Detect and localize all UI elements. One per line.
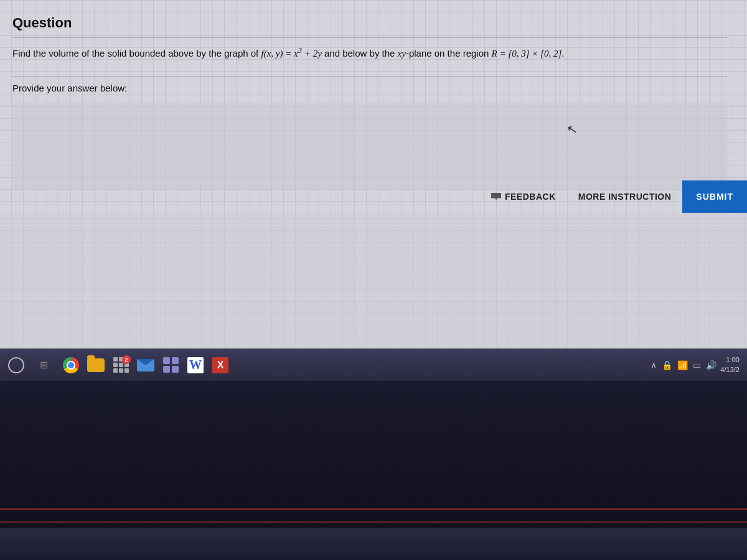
question-plane: xy: [398, 49, 406, 58]
apps-badge: 2: [122, 355, 131, 364]
feedback-icon: [491, 193, 501, 201]
taskbar-apps-grid[interactable]: 2: [110, 354, 132, 376]
clock-time: 1:00: [720, 355, 740, 365]
taskbar-file-explorer[interactable]: [85, 354, 107, 376]
question-body-part3: -plane on the region: [406, 48, 492, 58]
bottom-toolbar: FEEDBACK MORE INSTRUCTION SUBMIT: [0, 180, 747, 213]
title-separator: [12, 37, 727, 38]
apps2-icon: [163, 357, 179, 373]
submit-label: SUBMIT: [696, 192, 733, 202]
tray-chevron[interactable]: ∧: [651, 360, 657, 370]
cortana-icon: ⊞: [40, 359, 48, 371]
feedback-button[interactable]: FEEDBACK: [480, 185, 567, 208]
answer-area[interactable]: ↖: [12, 103, 727, 190]
excel-icon: X: [212, 357, 228, 373]
body-separator: [12, 76, 727, 77]
question-container: Question Find the volume of the solid bo…: [0, 0, 747, 213]
taskbar-cortana[interactable]: ⊞: [30, 354, 57, 376]
tray-network[interactable]: 📶: [677, 360, 688, 370]
desktop-area: [0, 381, 747, 560]
taskbar: ⊞ 2 W X: [0, 348, 747, 381]
taskbar-start-button[interactable]: [5, 354, 27, 376]
question-body-part2: and below by the: [322, 48, 398, 58]
system-tray: ∧ 🔒 📶 ▭ 🔊 1:00 4/13/2: [651, 355, 742, 375]
question-body-part4: .: [561, 48, 564, 58]
feedback-label: FEEDBACK: [505, 192, 556, 202]
taskbar-email[interactable]: [134, 354, 157, 376]
question-body-part1: Find the volume of the solid bounded abo…: [12, 48, 261, 58]
question-window: Question Find the volume of the solid bo…: [0, 0, 747, 348]
system-clock[interactable]: 1:00 4/13/2: [720, 355, 740, 375]
desktop-bottom-bar: [0, 528, 747, 560]
provide-answer-label: Provide your answer below:: [12, 83, 727, 93]
more-instruction-label: MORE INSTRUCTION: [578, 192, 672, 202]
more-instruction-button[interactable]: MORE INSTRUCTION: [567, 185, 683, 208]
tray-display[interactable]: ▭: [693, 360, 701, 370]
taskbar-word[interactable]: W: [184, 354, 207, 376]
tray-volume[interactable]: 🔊: [706, 360, 716, 370]
tray-security[interactable]: 🔒: [662, 360, 672, 370]
submit-button[interactable]: SUBMIT: [682, 180, 747, 213]
windows-start-icon: [8, 357, 24, 373]
desktop-red-line: [0, 508, 747, 510]
word-icon: W: [187, 357, 204, 373]
cursor-icon: ↖: [566, 121, 579, 138]
email-icon: [137, 359, 154, 371]
tray-icons: ∧ 🔒 📶 ▭ 🔊: [651, 360, 716, 370]
question-title: Question: [12, 15, 727, 31]
question-region: R = [0, 3] × [0, 2]: [492, 49, 562, 58]
taskbar-apps2[interactable]: [159, 354, 182, 376]
question-function: f(x, y) = x3 + 2y: [261, 49, 321, 58]
taskbar-excel[interactable]: X: [209, 354, 232, 376]
question-body: Find the volume of the solid bounded abo…: [12, 44, 727, 61]
clock-date: 4/13/2: [720, 365, 740, 375]
taskbar-chrome[interactable]: [60, 354, 82, 376]
chrome-icon: [63, 357, 79, 373]
folder-icon: [87, 358, 105, 372]
